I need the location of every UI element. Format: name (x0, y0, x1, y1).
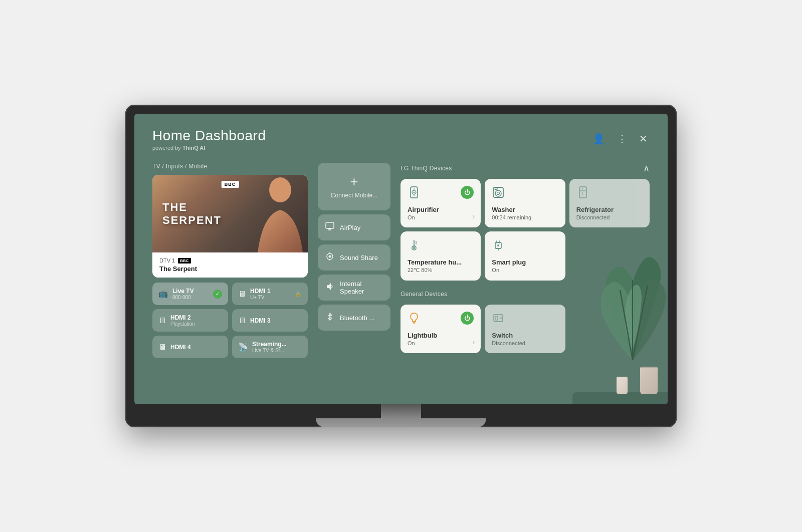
menu-button[interactable]: ⋮ (615, 131, 629, 147)
main-content: TV / Inputs / Mobile BBC (152, 163, 650, 361)
hdmi1-name: HDMI 1 (250, 288, 271, 295)
bluetooth-button[interactable]: Bluetooth ... (318, 305, 390, 331)
tv-outer: Home Dashboard powered by ThinQ AI 👤 ⋮ ✕ (125, 105, 677, 427)
bbc-small-badge: BBC (178, 258, 190, 263)
svg-rect-4 (326, 222, 334, 228)
svg-marker-11 (327, 283, 331, 290)
general-section-header: General Devices ∧ (400, 289, 650, 300)
washer-status: 00:34 remaining (492, 214, 558, 220)
device-card-lightbulb[interactable]: ⏻ Lightbulb On › (400, 305, 481, 353)
device-card-washer[interactable]: Washer 00:34 remaining (485, 179, 565, 227)
device-card-smart-plug[interactable]: Smart plug On (485, 231, 565, 281)
connect-mobile-card[interactable]: + Connect Mobile... (318, 163, 390, 210)
tv-preview-info: DTV 1 BBC The Serpent (152, 252, 308, 278)
switch-status: Disconnected (492, 340, 558, 346)
thinq-collapse-button[interactable]: ∧ (643, 163, 650, 174)
temperature-svg (408, 238, 421, 251)
airpurifier-arrow-icon: › (473, 212, 475, 220)
show-title-line1: THE (162, 200, 222, 213)
input-card-hdmi3[interactable]: 🖥 HDMI 3 (232, 309, 308, 332)
device-card-refrigerator[interactable]: Refrigerator Disconnected (569, 179, 650, 227)
live-tv-icon: 📺 (158, 289, 168, 299)
lightbulb-arrow-icon: › (473, 338, 475, 346)
general-collapse-button[interactable]: ∧ (643, 289, 650, 300)
input-info-hdmi4: HDMI 4 (170, 344, 191, 351)
tv-preview-card[interactable]: BBC (152, 175, 308, 278)
thinq-section-header: LG ThinQ Devices ∧ (400, 163, 650, 174)
svg-point-20 (495, 189, 496, 190)
speaker-svg-icon (325, 282, 335, 292)
washer-card-header (492, 186, 558, 202)
svg-point-19 (497, 192, 500, 195)
refrigerator-status: Disconnected (576, 214, 643, 220)
lightbulb-card-header: ⏻ (408, 312, 474, 328)
input-card-streaming[interactable]: 📡 Streaming... Live TV & St... (232, 336, 308, 358)
close-button[interactable]: ✕ (637, 131, 650, 147)
switch-name: Switch (492, 332, 558, 339)
temperature-name: Temperature hu... (408, 258, 474, 266)
hdmi3-icon: 🖥 (238, 316, 246, 325)
powered-by-text: powered by (152, 145, 181, 151)
streaming-name: Streaming... (252, 341, 287, 348)
device-card-temperature[interactable]: Temperature hu... 22℃ 80% (400, 231, 481, 281)
input-card-live-tv[interactable]: 📺 Live TV 000-000 ✓ (152, 283, 228, 305)
input-card-hdmi4[interactable]: 🖥 HDMI 4 (152, 336, 228, 358)
tv-stand-neck (381, 404, 421, 418)
airpurifier-icon (408, 186, 421, 202)
sound-share-label: Sound Share (340, 254, 378, 261)
svg-rect-22 (579, 187, 586, 198)
show-title-line2: SERPENT (162, 214, 222, 227)
lightbulb-svg (408, 312, 421, 325)
smart-plug-card-header (492, 238, 558, 254)
sound-share-button[interactable]: Sound Share (318, 244, 390, 271)
header: Home Dashboard powered by ThinQ AI 👤 ⋮ ✕ (152, 128, 650, 151)
switch-svg (492, 312, 505, 325)
smart-plug-svg (492, 238, 505, 251)
temperature-status: 22℃ 80% (408, 267, 474, 274)
middle-panel: + Connect Mobile... (318, 163, 390, 361)
refrigerator-svg (576, 186, 589, 199)
hdmi1-sub: U+ TV (250, 295, 271, 300)
tv-stand (134, 404, 668, 427)
header-title-block: Home Dashboard powered by ThinQ AI (152, 128, 266, 151)
internal-speaker-button[interactable]: Internal Speaker (318, 275, 390, 301)
table-surface (572, 392, 668, 404)
airpurifier-power-button[interactable]: ⏻ (461, 186, 474, 199)
device-card-switch[interactable]: Switch Disconnected (485, 305, 565, 353)
airplay-label: AirPlay (340, 224, 360, 231)
header-actions: 👤 ⋮ ✕ (590, 131, 650, 147)
tv-screen: Home Dashboard powered by ThinQ AI 👤 ⋮ ✕ (134, 114, 668, 404)
airplay-icon (325, 221, 335, 234)
washer-name: Washer (492, 206, 558, 213)
bluetooth-label: Bluetooth ... (340, 314, 374, 322)
airpurifier-status: On (408, 214, 474, 220)
input-card-hdmi2[interactable]: 🖥 HDMI 2 Playstation (152, 309, 228, 332)
thinq-section-label: LG ThinQ Devices (400, 165, 452, 172)
show-person (253, 175, 308, 252)
device-card-airpurifier[interactable]: ⏻ Airpurifier On › (400, 179, 481, 227)
airplay-svg-icon (325, 221, 335, 231)
show-title: THE SERPENT (162, 200, 222, 227)
svg-point-36 (497, 244, 499, 246)
hdmi1-lock-icon: 🔒 (295, 291, 302, 297)
tv-stand-base (316, 418, 486, 427)
hdmi4-icon: 🖥 (158, 343, 166, 352)
input-card-hdmi1[interactable]: 🖥 HDMI 1 U+ TV 🔒 (232, 283, 308, 305)
smart-plug-status: On (492, 267, 558, 273)
live-tv-name: Live TV (172, 288, 194, 295)
connect-plus-icon: + (350, 175, 358, 189)
small-vase (617, 377, 628, 394)
internal-speaker-icon (325, 282, 335, 294)
header-subtitle: powered by ThinQ AI (152, 145, 266, 151)
svg-point-3 (269, 177, 291, 202)
page-title: Home Dashboard (152, 128, 266, 144)
lightbulb-power-button[interactable]: ⏻ (461, 312, 474, 325)
general-section-label: General Devices (400, 291, 447, 298)
lightbulb-name: Lightbulb (408, 332, 474, 339)
profile-button[interactable]: 👤 (590, 131, 607, 147)
input-info-hdmi3: HDMI 3 (250, 317, 271, 324)
airplay-button[interactable]: AirPlay (318, 214, 390, 240)
brand-text: ThinQ AI (182, 145, 205, 151)
lightbulb-status: On (408, 340, 474, 346)
hdmi2-sub: Playstation (170, 321, 195, 327)
